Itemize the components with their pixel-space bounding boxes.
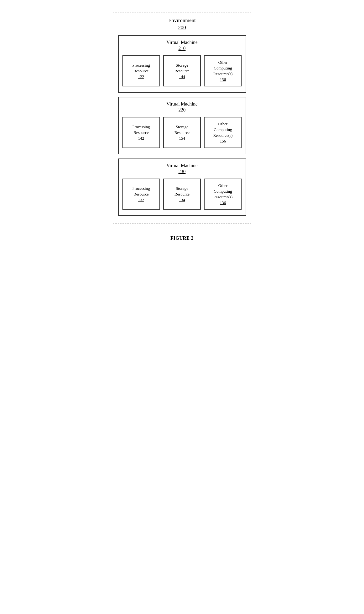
other-resource-136-vm230: OtherComputingResource(s) 136 bbox=[204, 179, 242, 209]
processing-resource-122-number: 122 bbox=[138, 75, 144, 79]
storage-resource-144-number: 144 bbox=[179, 75, 185, 79]
other-resource-136-vm210: OtherComputingResource(s) 136 bbox=[204, 55, 242, 86]
resources-row-220: ProcessingResource 142 StorageResource 1… bbox=[122, 117, 242, 148]
environment-number: 200 bbox=[118, 24, 246, 31]
processing-resource-142-number: 142 bbox=[138, 136, 144, 141]
storage-resource-154-label: StorageResource bbox=[174, 124, 190, 136]
other-resource-156-vm220-label: OtherComputingResource(s) bbox=[213, 121, 233, 138]
other-resource-156-vm220-number: 156 bbox=[220, 139, 226, 144]
processing-resource-142-label: ProcessingResource bbox=[132, 124, 150, 136]
storage-resource-134-number: 134 bbox=[179, 198, 185, 202]
figure-caption: FIGURE 2 bbox=[170, 235, 194, 241]
vm-box-220: Virtual Machine 220 ProcessingResource 1… bbox=[118, 97, 246, 154]
vm-title-210: Virtual Machine bbox=[122, 40, 242, 45]
other-resource-136-vm210-label: OtherComputingResource(s) bbox=[213, 60, 233, 77]
page: Environment 200 Virtual Machine 210 Proc… bbox=[108, 5, 256, 255]
storage-resource-134-label: StorageResource bbox=[174, 186, 190, 197]
resources-row-230: ProcessingResource 132 StorageResource 1… bbox=[122, 179, 242, 209]
processing-resource-122-label: ProcessingResource bbox=[132, 63, 150, 74]
storage-resource-154-number: 154 bbox=[179, 136, 185, 141]
vm-number-230: 230 bbox=[122, 169, 242, 174]
processing-resource-132-label: ProcessingResource bbox=[132, 186, 150, 197]
processing-resource-122: ProcessingResource 122 bbox=[122, 55, 160, 86]
other-resource-136-vm210-number: 136 bbox=[220, 77, 226, 82]
processing-resource-142: ProcessingResource 142 bbox=[122, 117, 160, 148]
other-resource-156-vm220: OtherComputingResource(s) 156 bbox=[204, 117, 242, 148]
environment-title: Environment bbox=[118, 17, 246, 23]
other-resource-136-vm230-label: OtherComputingResource(s) bbox=[213, 183, 233, 200]
environment-box: Environment 200 Virtual Machine 210 Proc… bbox=[113, 12, 251, 223]
vm-title-220: Virtual Machine bbox=[122, 101, 242, 107]
storage-resource-144-label: StorageResource bbox=[174, 63, 190, 74]
resources-row-210: ProcessingResource 122 StorageResource 1… bbox=[122, 55, 242, 86]
vm-number-220: 220 bbox=[122, 107, 242, 113]
processing-resource-132-number: 132 bbox=[138, 198, 144, 202]
storage-resource-144: StorageResource 144 bbox=[163, 55, 201, 86]
vm-box-210: Virtual Machine 210 ProcessingResource 1… bbox=[118, 35, 246, 93]
other-resource-136-vm230-number: 136 bbox=[220, 200, 226, 205]
vm-title-230: Virtual Machine bbox=[122, 163, 242, 168]
vm-box-230: Virtual Machine 230 ProcessingResource 1… bbox=[118, 158, 246, 216]
processing-resource-132: ProcessingResource 132 bbox=[122, 179, 160, 209]
vm-number-210: 210 bbox=[122, 46, 242, 51]
storage-resource-154: StorageResource 154 bbox=[163, 117, 201, 148]
storage-resource-134: StorageResource 134 bbox=[163, 179, 201, 209]
